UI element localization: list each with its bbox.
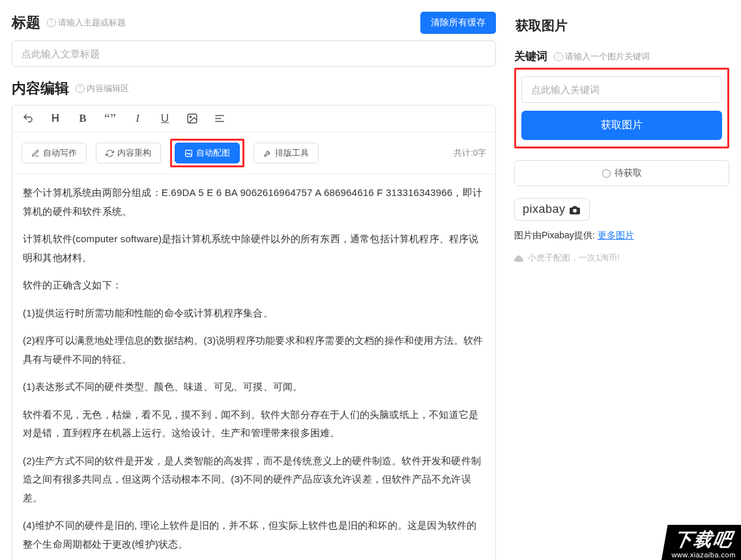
provider-line: 图片由Pixabay提供: 更多图片 bbox=[514, 230, 729, 242]
auto-write-button[interactable]: 自动写作 bbox=[22, 143, 87, 163]
highlight-keyword-block: 获取图片 bbox=[514, 68, 729, 148]
paragraph: (1)提供运行时所需功能和性能的命令或计算机程序集合。 bbox=[23, 304, 485, 323]
keyword-hint: ! 请输入一个图片关键词 bbox=[554, 51, 650, 63]
title-hint-text: 请输入主题或标题 bbox=[58, 17, 126, 29]
italic-icon[interactable]: I bbox=[131, 112, 144, 125]
pixabay-badge: pixabay bbox=[514, 198, 590, 221]
title-hint: ! 请输入主题或标题 bbox=[47, 17, 126, 29]
undo-icon[interactable] bbox=[22, 112, 35, 125]
content-section-head: 内容编辑 ! 内容编辑区 bbox=[12, 79, 496, 98]
watermark-url: www.xiazaiba.com bbox=[671, 551, 735, 559]
content-label: 内容编辑 bbox=[12, 79, 69, 98]
side-column: 获取图片 关键词 ! 请输入一个图片关键词 获取图片 待获取 pixabay 图… bbox=[514, 12, 729, 560]
circle-icon bbox=[602, 169, 611, 178]
paragraph: (2)程序可以满意地处理信息的数据结构。(3)说明程序功能要求和程序需要的文档的… bbox=[23, 331, 485, 369]
action-toolbar: 自动写作 内容重构 自动配图 bbox=[12, 132, 495, 175]
refresh-icon bbox=[106, 149, 114, 158]
restructure-button[interactable]: 内容重构 bbox=[96, 143, 161, 163]
layout-tool-button[interactable]: 排版工具 bbox=[254, 143, 319, 163]
paragraph: 软件的正确含义如下： bbox=[23, 276, 485, 295]
restructure-label: 内容重构 bbox=[117, 147, 151, 159]
paragraph: (4)维护不同的硬件是旧的, 理论上软件是旧的，并不坏，但实际上软件也是旧的和坏… bbox=[23, 516, 485, 553]
paragraph: (1)表达形式不同的硬件类型、颜色、味道、可见、可摸、可闻。 bbox=[23, 378, 485, 397]
provider-text: 图片由Pixabay提供: bbox=[514, 230, 595, 240]
pending-button[interactable]: 待获取 bbox=[514, 160, 729, 186]
pixabay-text: pixabay bbox=[523, 203, 566, 216]
heading-icon[interactable]: H bbox=[49, 112, 62, 125]
title-section-head: 标题 ! 请输入主题或标题 清除所有缓存 bbox=[12, 12, 496, 34]
clear-cache-button[interactable]: 清除所有缓存 bbox=[420, 12, 496, 34]
keyword-hint-text: 请输入一个图片关键词 bbox=[565, 51, 650, 63]
cloud-icon bbox=[514, 254, 525, 262]
auto-write-label: 自动写作 bbox=[43, 147, 77, 159]
word-count: 共计:0字 bbox=[454, 147, 486, 159]
picture-icon bbox=[184, 149, 193, 158]
more-images-link[interactable]: 更多图片 bbox=[598, 230, 634, 240]
watermark-text: 下载吧 bbox=[672, 527, 740, 552]
main-column: 标题 ! 请输入主题或标题 清除所有缓存 内容编辑 ! 内容编辑区 H B “” bbox=[12, 12, 496, 560]
auto-image-label: 自动配图 bbox=[196, 147, 230, 159]
paragraph: 计算机软件(computer software)是指计算机系统中除硬件以外的所有… bbox=[23, 230, 485, 267]
paragraph: (2)生产方式不同的软件是开发，是人类智能的高发挥，而不是传统意义上的硬件制造。… bbox=[23, 452, 485, 508]
align-left-icon[interactable] bbox=[213, 112, 226, 125]
fetch-image-button[interactable]: 获取图片 bbox=[521, 111, 722, 140]
paragraph: 软件看不见，无色，枯燥，看不见，摸不到，闻不到。软件大部分存在于人们的头脑或纸上… bbox=[23, 406, 485, 443]
article-body[interactable]: 整个计算机系统由两部分组成：E.69DA 5 E 6 BA 9062616964… bbox=[12, 175, 495, 560]
highlight-auto-image: 自动配图 bbox=[170, 139, 244, 167]
editor: H B “” I U 自动写作 bbox=[12, 105, 496, 560]
underline-icon[interactable]: U bbox=[158, 112, 171, 125]
bold-icon[interactable]: B bbox=[76, 112, 89, 125]
camera-icon bbox=[568, 204, 581, 215]
format-toolbar: H B “” I U bbox=[12, 105, 495, 132]
wrench-icon bbox=[263, 149, 272, 158]
content-hint: ! 内容编辑区 bbox=[76, 83, 129, 94]
paragraph: 整个计算机系统由两部分组成：E.69DA 5 E 6 BA 9062616964… bbox=[23, 184, 485, 221]
image-icon[interactable] bbox=[186, 112, 199, 125]
article-title-input[interactable] bbox=[12, 40, 496, 67]
watermark: 下载吧 www.xiazaiba.com bbox=[661, 525, 741, 560]
keyword-label: 关键词 bbox=[514, 49, 547, 64]
info-icon: ! bbox=[76, 84, 85, 93]
side-panel-title: 获取图片 bbox=[516, 17, 729, 35]
svg-point-6 bbox=[573, 208, 577, 212]
auto-image-button[interactable]: 自动配图 bbox=[175, 143, 240, 163]
content-hint-text: 内容编辑区 bbox=[87, 83, 129, 94]
svg-point-1 bbox=[190, 116, 191, 117]
pencil-icon bbox=[31, 149, 40, 158]
keyword-input[interactable] bbox=[521, 76, 722, 103]
keyword-head: 关键词 ! 请输入一个图片关键词 bbox=[514, 49, 729, 64]
pending-label: 待获取 bbox=[615, 167, 642, 179]
cost-note: 小虎子配图，一次1淘币! bbox=[514, 252, 729, 264]
quote-icon[interactable]: “” bbox=[104, 112, 117, 125]
title-label: 标题 bbox=[12, 13, 40, 33]
info-icon: ! bbox=[47, 18, 56, 27]
info-icon: ! bbox=[554, 52, 563, 61]
cost-note-text: 小虎子配图，一次1淘币! bbox=[528, 252, 620, 264]
layout-tool-label: 排版工具 bbox=[275, 147, 309, 159]
